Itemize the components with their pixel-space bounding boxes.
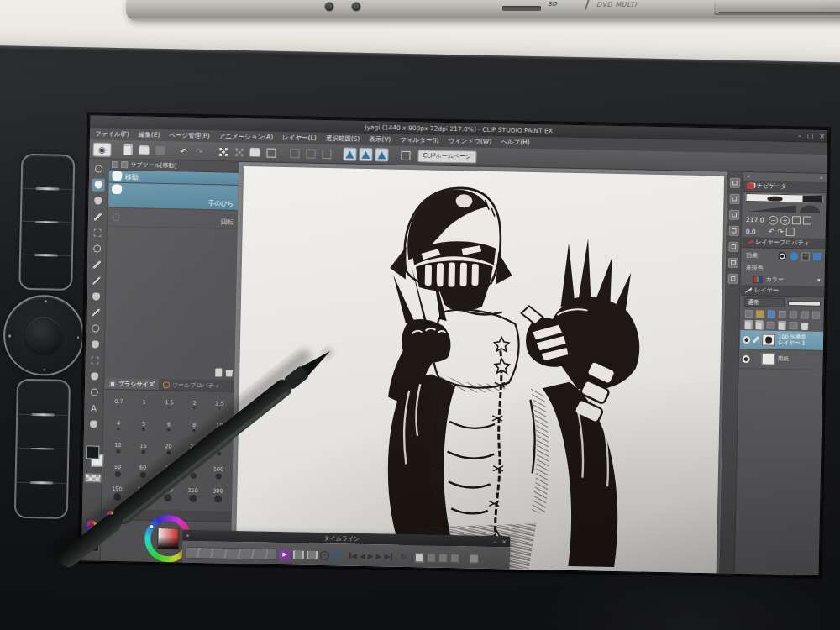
key-frame-button[interactable]: [450, 554, 459, 563]
transparent-color-swatch[interactable]: [85, 473, 102, 482]
brush-size-option[interactable]: 6: [156, 415, 182, 438]
scatter-button[interactable]: [216, 144, 229, 158]
sub-color-swatch[interactable]: [87, 538, 99, 551]
rotate-right-button[interactable]: ↷: [777, 228, 784, 236]
close-button[interactable]: ×: [819, 133, 825, 140]
material-download-icon[interactable]: [728, 274, 738, 284]
object-tool-icon[interactable]: [91, 210, 103, 223]
material-image-icon[interactable]: [728, 242, 738, 252]
new-layer-icon[interactable]: [744, 320, 752, 329]
material-monochrome-icon[interactable]: [729, 210, 739, 220]
new-timeline-button[interactable]: ▶: [279, 549, 291, 559]
balloon-tool-icon[interactable]: [87, 417, 99, 430]
new-cel-icon[interactable]: [293, 550, 304, 559]
brush-size-option[interactable]: 8: [181, 416, 207, 439]
timeline-zoom-in-button[interactable]: +: [332, 551, 341, 560]
menu-window[interactable]: ウィンドウ(W): [448, 137, 491, 146]
subtool-item-rotate[interactable]: 回転: [108, 208, 238, 229]
canvas[interactable]: [236, 166, 724, 573]
text-tool-icon[interactable]: A: [87, 402, 100, 414]
onion-skin-button[interactable]: [415, 553, 424, 562]
timeline-settings-button[interactable]: [470, 554, 479, 563]
foreground-color-swatch[interactable]: [86, 445, 99, 459]
menu-filter[interactable]: フィルター(I): [400, 136, 438, 145]
menu-page[interactable]: ページ管理(P): [169, 131, 209, 140]
transform-button[interactable]: [264, 146, 277, 160]
collapse-left-icon[interactable]: «: [747, 173, 750, 180]
fit-to-screen-button[interactable]: [792, 216, 801, 224]
material-color-icon[interactable]: [729, 194, 739, 204]
brush-size-option[interactable]: 100: [206, 461, 232, 485]
fill-tool-icon[interactable]: [87, 386, 100, 398]
brush-size-option[interactable]: 170: [129, 482, 155, 506]
pencil-tool-icon[interactable]: [89, 290, 102, 302]
actual-size-button[interactable]: [803, 216, 811, 224]
loop-button[interactable]: ↻: [400, 553, 407, 561]
light-table-button[interactable]: [438, 553, 448, 562]
new-folder-icon[interactable]: [766, 322, 774, 329]
new-vector-layer-icon[interactable]: [755, 320, 763, 329]
blend-mode-select[interactable]: 通常: [744, 297, 785, 307]
quick-access-icon[interactable]: [730, 178, 740, 188]
menu-view[interactable]: 表示(V): [369, 135, 391, 144]
zoom-tool-icon[interactable]: [92, 162, 104, 175]
tone-effect-icon[interactable]: [801, 252, 810, 260]
snap-special-button[interactable]: [303, 146, 317, 160]
panel-tab-icon[interactable]: [112, 161, 118, 168]
brush-size-option[interactable]: 1: [131, 391, 157, 415]
navigator-zoom-slider[interactable]: [746, 203, 822, 214]
brush-size-option[interactable]: 10: [207, 416, 233, 439]
brush-size-option[interactable]: 50: [105, 459, 131, 483]
ruler-layer-icon[interactable]: [811, 312, 819, 319]
snap-on-button-1[interactable]: [343, 147, 356, 160]
blend-tool-icon[interactable]: [87, 370, 100, 382]
snap-ruler-button[interactable]: [287, 146, 301, 160]
snap-on-button-2[interactable]: [359, 148, 372, 161]
menu-selection[interactable]: 選択範囲(S): [326, 134, 360, 144]
lock-transparent-icon[interactable]: [790, 311, 797, 318]
subtool-item-palm[interactable]: 手のひら: [108, 183, 239, 211]
brush-size-option[interactable]: 250: [180, 484, 206, 507]
undo-button[interactable]: ↶: [176, 144, 190, 157]
snap-grid-button[interactable]: [319, 147, 333, 160]
droplet-icon[interactable]: [767, 311, 774, 318]
delete-layer-icon[interactable]: [801, 322, 808, 330]
menu-layer[interactable]: レイヤー(L): [282, 134, 317, 143]
brush-size-option[interactable]: 25: [181, 438, 207, 462]
zoom-in-button[interactable]: +: [780, 215, 790, 224]
redo-button[interactable]: ↷: [192, 144, 206, 158]
color-wheel-mini-icon[interactable]: [86, 520, 97, 531]
layer-row-2[interactable]: 用紙: [739, 349, 822, 370]
clip-homepage-button[interactable]: CLIPホームページ: [417, 150, 476, 163]
tab-navigator[interactable]: ナビゲーター: [743, 181, 827, 193]
move-tool-icon-selected[interactable]: [92, 178, 104, 191]
brush-size-option[interactable]: 5: [131, 414, 157, 438]
layer-visibility-icon[interactable]: [743, 336, 750, 344]
save-button[interactable]: [153, 144, 166, 157]
brush-size-option[interactable]: 150: [104, 482, 130, 506]
opacity-slider[interactable]: [788, 301, 821, 307]
go-to-end-button[interactable]: ▶: [384, 553, 391, 561]
screenshot-button[interactable]: [398, 149, 412, 162]
brush-size-option[interactable]: 1.5: [156, 392, 182, 416]
clip-studio-logo-button[interactable]: ◉: [92, 142, 111, 156]
navigator-thumbnail[interactable]: [745, 193, 823, 203]
minimize-button[interactable]: –: [798, 132, 801, 139]
eraser-button[interactable]: [248, 145, 261, 159]
timeline-minimize-button[interactable]: –: [494, 538, 497, 545]
material-3d-icon[interactable]: [728, 258, 738, 268]
brush-size-option[interactable]: 300: [205, 484, 231, 507]
merge-layer-icon[interactable]: [789, 322, 797, 329]
blend-icon[interactable]: [745, 310, 753, 318]
mask-icon[interactable]: [801, 311, 808, 318]
brush-size-option[interactable]: 2: [181, 393, 207, 417]
brush-tool-icon[interactable]: [89, 306, 102, 318]
autoselect-tool-icon[interactable]: [91, 242, 103, 255]
layer-color-effect-icon[interactable]: [813, 253, 821, 260]
menu-file[interactable]: ファイル(F): [95, 129, 129, 139]
eraser-tool-icon[interactable]: [88, 354, 101, 366]
next-frame-button[interactable]: ▶: [376, 552, 382, 560]
tab-tool-property[interactable]: ツールプロパティ: [159, 379, 224, 391]
timeline-zoom-out-button[interactable]: −: [320, 550, 329, 559]
material-manga-icon[interactable]: [729, 226, 739, 236]
